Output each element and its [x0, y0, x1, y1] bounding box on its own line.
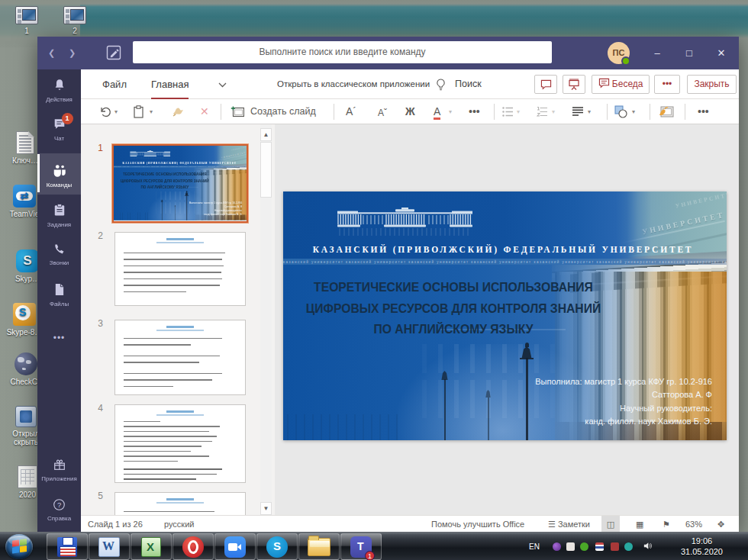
svg-text:?: ?	[57, 501, 61, 509]
